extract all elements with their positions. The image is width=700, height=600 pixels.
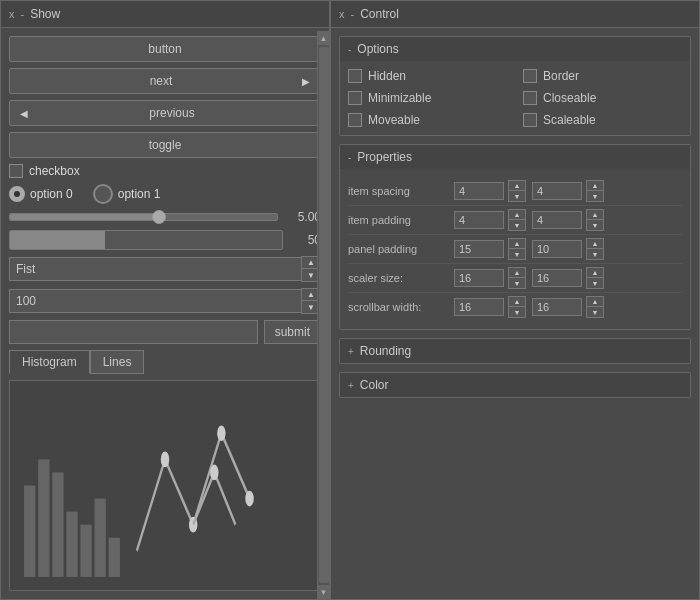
rounding-toggle-icon: + <box>348 346 354 357</box>
item-spacing-group2: ▲ ▼ <box>532 180 604 202</box>
radio-option1[interactable]: option 1 <box>93 184 161 204</box>
next-arrow-icon: ▶ <box>302 76 310 87</box>
previous-label: previous <box>34 106 310 120</box>
item-padding-group2: ▲ ▼ <box>532 209 604 231</box>
prop-scrollbar-width: scrollbar width: ▲ ▼ ▲ <box>348 293 682 321</box>
scrollbar-width-input1[interactable] <box>454 298 504 316</box>
tab-lines[interactable]: Lines <box>90 350 145 374</box>
panel-padding-down1[interactable]: ▼ <box>509 249 525 259</box>
options-title: Options <box>357 42 398 56</box>
closeable-label: Closeable <box>543 91 596 105</box>
border-label: Border <box>543 69 579 83</box>
left-title-dash: - <box>21 8 25 20</box>
option-minimizable: Minimizable <box>348 91 507 105</box>
option-hidden: Hidden <box>348 69 507 83</box>
properties-header[interactable]: - Properties <box>340 145 690 169</box>
item-padding-down2[interactable]: ▼ <box>587 220 603 230</box>
option-moveable: Moveable <box>348 113 507 127</box>
options-body: Hidden Border Minimizable Closeable <box>340 61 690 135</box>
color-header[interactable]: + Color <box>340 373 690 397</box>
right-title-dash: - <box>351 8 355 20</box>
panel-padding-spinner2: ▲ ▼ <box>586 238 604 260</box>
item-spacing-spinner1: ▲ ▼ <box>508 180 526 202</box>
scaler-size-input1[interactable] <box>454 269 504 287</box>
item-padding-up2[interactable]: ▲ <box>587 210 603 220</box>
svg-rect-4 <box>66 512 77 577</box>
left-title: Show <box>30 7 60 21</box>
previous-button[interactable]: ◀ previous <box>9 100 321 126</box>
scaler-size-down2[interactable]: ▼ <box>587 278 603 288</box>
svg-point-10 <box>217 425 225 441</box>
slider-track[interactable] <box>9 213 278 221</box>
next-button[interactable]: next ▶ <box>9 68 321 94</box>
scaler-size-up1[interactable]: ▲ <box>509 268 525 278</box>
scrollbar-width-up1[interactable]: ▲ <box>509 297 525 307</box>
rounding-header[interactable]: + Rounding <box>340 339 690 363</box>
hidden-checkbox[interactable] <box>348 69 362 83</box>
scrollbar-width-up2[interactable]: ▲ <box>587 297 603 307</box>
panel-padding-input2[interactable] <box>532 240 582 258</box>
svg-point-11 <box>245 491 253 507</box>
right-close-button[interactable]: x <box>339 8 345 20</box>
radio0-label: option 0 <box>30 187 73 201</box>
item-padding-group1: ▲ ▼ <box>454 209 526 231</box>
scaler-size-down1[interactable]: ▼ <box>509 278 525 288</box>
item-spacing-down2[interactable]: ▼ <box>587 191 603 201</box>
radio-option0[interactable]: option 0 <box>9 186 73 202</box>
scrollbar-width-down2[interactable]: ▼ <box>587 307 603 317</box>
minimizable-checkbox[interactable] <box>348 91 362 105</box>
progress-track[interactable] <box>9 230 283 250</box>
scaler-size-up2[interactable]: ▲ <box>587 268 603 278</box>
item-padding-down1[interactable]: ▼ <box>509 220 525 230</box>
scroll-down-arrow[interactable]: ▼ <box>318 585 330 599</box>
panel-padding-input1[interactable] <box>454 240 504 258</box>
item-spacing-input2[interactable] <box>532 182 582 200</box>
properties-section: - Properties item spacing ▲ ▼ <box>339 144 691 330</box>
panel-padding-group2: ▲ ▼ <box>532 238 604 260</box>
svg-rect-6 <box>95 499 106 577</box>
item-padding-input1[interactable] <box>454 211 504 229</box>
fist-input[interactable] <box>9 257 301 281</box>
scrollbar-width-down1[interactable]: ▼ <box>509 307 525 317</box>
panel-padding-down2[interactable]: ▼ <box>587 249 603 259</box>
button-button[interactable]: button <box>9 36 321 62</box>
closeable-checkbox[interactable] <box>523 91 537 105</box>
slider-thumb[interactable] <box>152 210 166 224</box>
item-padding-input2[interactable] <box>532 211 582 229</box>
text-input-field[interactable] <box>9 320 258 344</box>
tab-histogram[interactable]: Histogram <box>9 350 90 374</box>
item-spacing-up2[interactable]: ▲ <box>587 181 603 191</box>
panel-padding-up2[interactable]: ▲ <box>587 239 603 249</box>
item-spacing-input1[interactable] <box>454 182 504 200</box>
scaleable-checkbox[interactable] <box>523 113 537 127</box>
submit-button[interactable]: submit <box>264 320 321 344</box>
number-input[interactable] <box>9 289 301 313</box>
scrollbar-width-spinner1: ▲ ▼ <box>508 296 526 318</box>
prop-item-padding: item padding ▲ ▼ ▲ ▼ <box>348 206 682 235</box>
scrollbar-width-input2[interactable] <box>532 298 582 316</box>
minimizable-label: Minimizable <box>368 91 431 105</box>
prop-panel-padding: panel padding ▲ ▼ ▲ ▼ <box>348 235 682 264</box>
panel-padding-spinner1: ▲ ▼ <box>508 238 526 260</box>
options-grid: Hidden Border Minimizable Closeable <box>348 69 682 127</box>
checkbox-input[interactable] <box>9 164 23 178</box>
svg-rect-5 <box>80 525 91 577</box>
radio-group: option 0 option 1 <box>9 184 321 204</box>
toggle-button[interactable]: toggle <box>9 132 321 158</box>
item-spacing-up1[interactable]: ▲ <box>509 181 525 191</box>
left-close-button[interactable]: x <box>9 8 15 20</box>
options-header[interactable]: - Options <box>340 37 690 61</box>
color-toggle-icon: + <box>348 380 354 391</box>
item-padding-up1[interactable]: ▲ <box>509 210 525 220</box>
panel-padding-up1[interactable]: ▲ <box>509 239 525 249</box>
right-title-bar: x - Control <box>331 1 699 28</box>
border-checkbox[interactable] <box>523 69 537 83</box>
moveable-checkbox[interactable] <box>348 113 362 127</box>
item-spacing-down1[interactable]: ▼ <box>509 191 525 201</box>
scroll-up-arrow[interactable]: ▲ <box>318 31 330 45</box>
right-title: Control <box>360 7 399 21</box>
left-scrollbar[interactable]: ▲ ▼ <box>317 31 329 599</box>
scroll-thumb[interactable] <box>319 47 329 583</box>
scaler-size-input2[interactable] <box>532 269 582 287</box>
panel-padding-group1: ▲ ▼ <box>454 238 526 260</box>
